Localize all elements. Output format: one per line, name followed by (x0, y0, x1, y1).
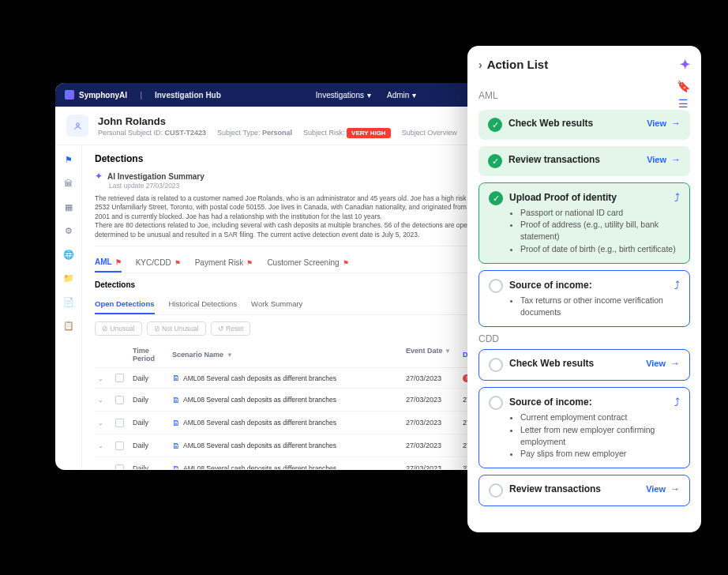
chevron-down-icon: ▾ (367, 91, 371, 100)
action-card[interactable]: Source of income:⤴Current employment con… (478, 387, 690, 468)
subject-overview-label: Subject Overview (402, 129, 457, 137)
document-icon: 🗎 (172, 374, 180, 382)
rail-grid-icon[interactable]: ▦ (62, 201, 75, 213)
left-rail: ⚑ 🏛 ▦ ⚙ 🌐 📁 📄 📋 (55, 145, 82, 469)
cell-scenario: AML08 Several cash deposits as different… (183, 464, 336, 469)
row-checkbox[interactable] (115, 442, 124, 450)
rail-flag-icon[interactable]: ⚑ (62, 153, 75, 166)
panel-header: › Action List ✦ (478, 57, 690, 72)
action-card[interactable]: Review transactionsView→ (478, 475, 690, 506)
expand-icon[interactable]: ⌄ (98, 465, 103, 469)
subject-meta: Personal Subject ID: CUST-T2423 Subject … (98, 129, 457, 137)
not-unusual-button[interactable]: ⊘ Not Unusual (147, 321, 206, 336)
brand: SymphonyAI | Investigation Hub (65, 90, 221, 100)
tab-aml[interactable]: AML ⚑ (95, 253, 122, 272)
action-card[interactable]: Source of income:⤴Tax returns or other i… (478, 270, 690, 327)
check-circle-icon: ✓ (488, 118, 502, 132)
row-checkbox[interactable] (115, 419, 124, 427)
subject-risk: Subject Risk: VERY HIGH (303, 129, 391, 137)
top-nav: Investigations ▾ Admin ▾ (316, 91, 417, 100)
brand-logo-icon (65, 90, 74, 100)
rail-clipboard-icon[interactable]: 📋 (62, 319, 75, 332)
cell-period: Daily (133, 374, 166, 382)
cell-scenario: AML08 Several cash deposits as different… (183, 374, 336, 382)
check-circle-icon: ✓ (488, 154, 502, 168)
upload-icon[interactable]: ⤴ (674, 396, 680, 408)
action-card[interactable]: ✓Review transactionsView→ (478, 146, 690, 176)
list-item: Proof of address (e.g., utility bill, ba… (520, 219, 680, 242)
tab-kyc[interactable]: KYC/CDD ⚑ (136, 253, 181, 272)
action-title: Review transactions (508, 154, 600, 165)
unusual-button[interactable]: ⊘ Unusual (95, 321, 142, 336)
view-link[interactable]: View (646, 484, 666, 494)
row-checkbox[interactable] (115, 464, 124, 469)
subject-avatar-icon (66, 115, 88, 137)
action-title: Upload Proof of identity (509, 192, 617, 203)
rail-building-icon[interactable]: 🏛 (62, 177, 75, 190)
action-title: Check Web results (508, 118, 593, 129)
cell-period: Daily (133, 442, 166, 449)
reset-button[interactable]: ↺ Reset (211, 321, 251, 336)
filter-icon[interactable]: ▼ (227, 351, 233, 359)
empty-circle-icon (489, 396, 503, 410)
flag-icon: ⚑ (343, 259, 349, 267)
nav-investigations[interactable]: Investigations ▾ (316, 91, 371, 100)
arrow-right-icon: → (671, 118, 681, 129)
cell-event-date: 27/03/2023 (406, 419, 456, 427)
document-icon: 🗎 (172, 419, 180, 427)
svg-point-0 (76, 122, 79, 126)
action-card[interactable]: Check Web resultsView→ (478, 349, 690, 381)
rail-globe-icon[interactable]: 🌐 (62, 248, 75, 261)
list-item: Proof of date of birth (e.g., birth cert… (520, 243, 680, 255)
action-card[interactable]: ✓Upload Proof of identity⤴Passport or na… (478, 182, 690, 264)
list-icon[interactable]: ☰ (678, 97, 689, 110)
arrow-right-icon: → (671, 154, 681, 165)
cell-scenario: AML08 Several cash deposits as different… (183, 442, 336, 449)
view-link[interactable]: View (647, 155, 666, 164)
arrow-right-icon: → (670, 483, 680, 494)
upload-icon[interactable]: ⤴ (674, 191, 680, 204)
view-link[interactable]: View (647, 118, 666, 128)
sparkle-icon: ✦ (95, 171, 103, 182)
upload-icon[interactable]: ⤴ (674, 279, 680, 291)
row-checkbox[interactable] (115, 396, 124, 404)
nav-admin[interactable]: Admin ▾ (387, 91, 416, 100)
rail-doc-icon[interactable]: 📄 (62, 295, 75, 308)
nav-label: Investigations (316, 91, 364, 100)
document-icon: 🗎 (172, 464, 180, 469)
cdd-section-label: CDD (478, 333, 690, 344)
bookmark-icon[interactable]: 🔖 (677, 80, 690, 92)
subject-name: John Rolands (98, 115, 457, 127)
action-sublist: Current employment contractLetter from n… (509, 412, 680, 460)
chevron-down-icon: ▾ (412, 91, 416, 100)
hub-name: Investigation Hub (155, 91, 221, 100)
empty-circle-icon (489, 358, 503, 372)
document-icon: 🗎 (172, 442, 180, 450)
expand-icon[interactable]: ⌄ (98, 375, 103, 382)
document-icon: 🗎 (172, 396, 180, 404)
tab-screening[interactable]: Customer Screening ⚑ (267, 253, 348, 272)
cell-period: Daily (133, 464, 166, 469)
expand-icon[interactable]: ⌄ (98, 442, 103, 449)
view-link[interactable]: View (646, 359, 666, 368)
expand-icon[interactable]: ⌄ (98, 396, 103, 404)
tab-open-detections[interactable]: Open Detections (95, 295, 155, 314)
cell-event-date: 27/03/2023 (406, 464, 456, 469)
row-checkbox[interactable] (115, 374, 124, 382)
tab-historical-detections[interactable]: Historical Detections (169, 295, 238, 314)
rail-folder-icon[interactable]: 📁 (62, 272, 75, 284)
flag-icon: ⚑ (174, 259, 181, 267)
chevron-right-icon[interactable]: › (478, 58, 482, 71)
tab-work-summary[interactable]: Work Summary (251, 295, 302, 314)
action-title: Check Web results (509, 358, 594, 369)
list-item: Pay slips from new employer (520, 448, 680, 460)
tab-payment[interactable]: Payment Risk ⚑ (195, 253, 253, 272)
filter-icon[interactable]: ▼ (445, 348, 451, 355)
expand-icon[interactable]: ⌄ (98, 419, 103, 427)
action-card[interactable]: ✓Check Web resultsView→ (478, 110, 690, 140)
action-sublist: Passport or national ID cardProof of add… (509, 207, 680, 255)
cell-event-date: 27/03/2023 (406, 396, 456, 404)
sparkle-icon[interactable]: ✦ (680, 57, 690, 72)
rail-sliders-icon[interactable]: ⚙ (62, 224, 75, 237)
list-item: Tax returns or other income verification… (520, 295, 680, 318)
